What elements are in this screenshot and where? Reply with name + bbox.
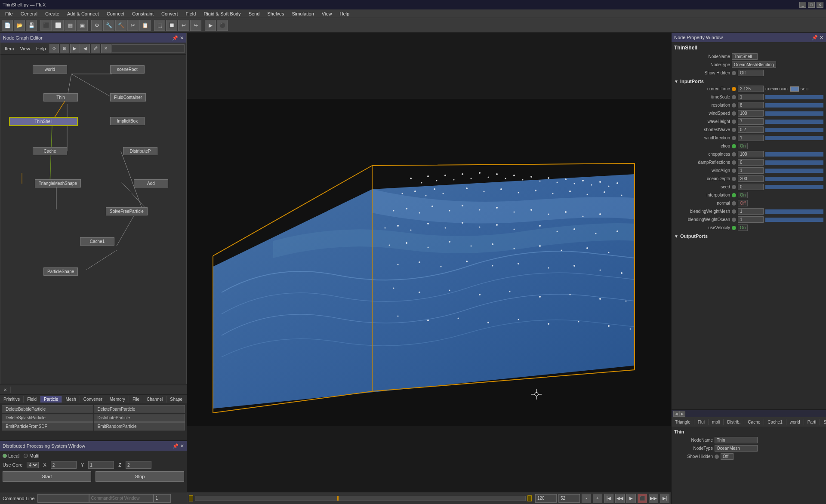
interpolation-toggle[interactable]: On bbox=[738, 192, 748, 198]
timescale-slider[interactable] bbox=[765, 95, 823, 99]
palette-tab-particle[interactable]: Particle bbox=[40, 396, 62, 403]
toolbar-btn-4[interactable]: ⬛ bbox=[40, 20, 52, 31]
toolbar-btn-14[interactable]: 🔲 bbox=[166, 20, 177, 31]
rb-tab-triangle[interactable]: Triangle bbox=[672, 419, 694, 425]
toolbar-btn-12[interactable]: 📋 bbox=[139, 20, 151, 31]
zoom-minus-btn[interactable]: - bbox=[582, 494, 591, 503]
palette-tab-mesh[interactable]: Mesh bbox=[62, 396, 80, 403]
palette-tab-file[interactable]: File bbox=[129, 396, 143, 403]
palette-tab-converter[interactable]: Converter bbox=[80, 396, 106, 403]
palette-item-0[interactable]: DeleteBubbleParticle bbox=[2, 405, 93, 413]
currenttime-input[interactable] bbox=[738, 86, 764, 92]
blendingweightocean-slider[interactable] bbox=[765, 218, 823, 222]
toolbar-btn-7[interactable]: ▣ bbox=[77, 20, 88, 31]
rb-tab-cache[interactable]: Cache bbox=[744, 419, 764, 425]
play-start-btn[interactable]: |◀ bbox=[604, 494, 613, 503]
nge-menu-help[interactable]: Help bbox=[34, 45, 49, 52]
toolbar-btn-9[interactable]: 🔧 bbox=[103, 20, 114, 31]
menu-add&connect[interactable]: Add & Connect bbox=[64, 10, 102, 17]
windalign-input[interactable] bbox=[738, 167, 764, 174]
stop-button[interactable]: Stop bbox=[96, 471, 184, 482]
bottom-scroll-right[interactable]: ▶ bbox=[679, 411, 685, 417]
toolbar-btn-15[interactable]: ↩ bbox=[178, 20, 189, 31]
core-count-select[interactable]: 428 bbox=[27, 462, 39, 468]
palette-item-2[interactable]: DeleteSplashParticle bbox=[2, 414, 93, 422]
toolbar-run[interactable]: ⚫ bbox=[217, 20, 228, 31]
palette-item-1[interactable]: DeleteFoamParticle bbox=[94, 405, 185, 413]
seed-input[interactable] bbox=[738, 184, 764, 190]
nge-btn-5[interactable]: 🖉 bbox=[91, 44, 100, 53]
toolbar-btn-11[interactable]: ✂ bbox=[127, 20, 139, 31]
toolbar-open[interactable]: 📂 bbox=[14, 20, 25, 31]
rb-tab-distrib[interactable]: Distrib. bbox=[724, 419, 744, 425]
record-btn[interactable]: ⬛ bbox=[638, 494, 647, 503]
menu-general[interactable]: General bbox=[17, 10, 41, 17]
minimize-button[interactable]: _ bbox=[799, 2, 806, 8]
node-search-input[interactable] bbox=[111, 44, 185, 53]
rb-tab-solvef[interactable]: SolveF bbox=[820, 419, 826, 425]
play-forward-btn[interactable]: ▶▶ bbox=[649, 494, 658, 503]
menu-rigid&softbody[interactable]: Rigid & Soft Body bbox=[200, 10, 244, 17]
play-back-btn[interactable]: ◀◀ bbox=[615, 494, 625, 503]
dampreflections-input[interactable] bbox=[738, 159, 764, 166]
menu-help[interactable]: Help bbox=[336, 10, 353, 17]
palette-tab-primitive[interactable]: Primitive bbox=[0, 396, 24, 403]
palette-tab-misc[interactable]: Misc bbox=[186, 396, 187, 403]
node-graph-canvas[interactable]: world sceneRoot Thin FluidContainer Thin… bbox=[0, 55, 186, 384]
node-thin[interactable]: Thin bbox=[43, 93, 78, 101]
menu-convert[interactable]: Convert bbox=[158, 10, 182, 17]
menu-shelves[interactable]: Shelves bbox=[264, 10, 287, 17]
node-implicitbox[interactable]: ImplicitBox bbox=[110, 117, 145, 125]
nge-btn-6[interactable]: ✕ bbox=[101, 44, 111, 53]
chop-toggle[interactable]: On bbox=[738, 143, 748, 149]
timescale-input[interactable] bbox=[738, 94, 764, 100]
blendingweightmesh-input[interactable] bbox=[738, 208, 764, 215]
choppiness-input[interactable] bbox=[738, 151, 764, 157]
menu-field[interactable]: Field bbox=[182, 10, 200, 17]
timeline-track[interactable] bbox=[195, 496, 526, 501]
toolbar-btn-6[interactable]: ▦ bbox=[65, 20, 76, 31]
local-radio[interactable]: Local bbox=[3, 453, 19, 458]
play-btn[interactable]: ▶ bbox=[626, 494, 636, 503]
menu-constraint[interactable]: Constraint bbox=[129, 10, 157, 17]
palette-tab-shape[interactable]: Shape bbox=[166, 396, 186, 403]
command-script-input[interactable] bbox=[89, 494, 154, 503]
palette-item-4[interactable]: EmitParticleFromSDF bbox=[2, 422, 93, 430]
node-world[interactable]: world bbox=[33, 65, 67, 74]
dampreflections-slider[interactable] bbox=[765, 160, 823, 165]
toolbar-btn-13[interactable]: ⬚ bbox=[154, 20, 165, 31]
maximize-button[interactable]: □ bbox=[808, 2, 815, 8]
blendingweightocean-input[interactable] bbox=[738, 216, 764, 223]
resolution-slider[interactable] bbox=[765, 103, 823, 108]
nge-btn-1[interactable]: ⟳ bbox=[49, 44, 59, 53]
node-graph-close[interactable]: ✕ bbox=[180, 35, 184, 41]
outputports-section[interactable]: ▼ OutputPorts bbox=[674, 234, 823, 239]
nge-menu-item[interactable]: Item bbox=[2, 45, 16, 52]
nge-menu-view[interactable]: View bbox=[17, 45, 33, 52]
winddirection-slider[interactable] bbox=[765, 136, 823, 140]
menu-connect[interactable]: Connect bbox=[103, 10, 128, 17]
menu-send[interactable]: Send bbox=[245, 10, 263, 17]
toolbar-btn-5[interactable]: ⬜ bbox=[52, 20, 64, 31]
multi-radio[interactable]: Multi bbox=[24, 453, 39, 458]
rb-tab-cache1[interactable]: Cache1 bbox=[764, 419, 786, 425]
node-prop-close[interactable]: ✕ bbox=[820, 35, 823, 40]
resolution-input[interactable] bbox=[738, 102, 764, 108]
toolbar-save[interactable]: 💾 bbox=[26, 20, 37, 31]
usevelocity-toggle[interactable]: On bbox=[738, 224, 748, 231]
start-button[interactable]: Start bbox=[3, 471, 91, 482]
windspeed-input[interactable] bbox=[738, 110, 764, 117]
choppiness-slider[interactable] bbox=[765, 152, 823, 157]
rb-tab-mpli[interactable]: mpli bbox=[709, 419, 724, 425]
node-graph-pin[interactable]: 📌 bbox=[172, 35, 178, 41]
core-z-input[interactable] bbox=[126, 461, 151, 469]
rb-tab-flui[interactable]: Flui bbox=[694, 419, 709, 425]
menu-create[interactable]: Create bbox=[42, 10, 63, 17]
node-fluidcontainer[interactable]: FluidContainer bbox=[110, 93, 146, 101]
node-cache1[interactable]: Cache1 bbox=[80, 237, 114, 246]
palette-item-3[interactable]: DistributeParticle bbox=[94, 414, 185, 422]
close-button[interactable]: ✕ bbox=[817, 2, 823, 8]
rb-tab-parti[interactable]: Parti bbox=[804, 419, 820, 425]
shortestwave-input[interactable] bbox=[738, 126, 764, 133]
node-trianglemesh[interactable]: TriangleMeshShape bbox=[35, 179, 81, 187]
